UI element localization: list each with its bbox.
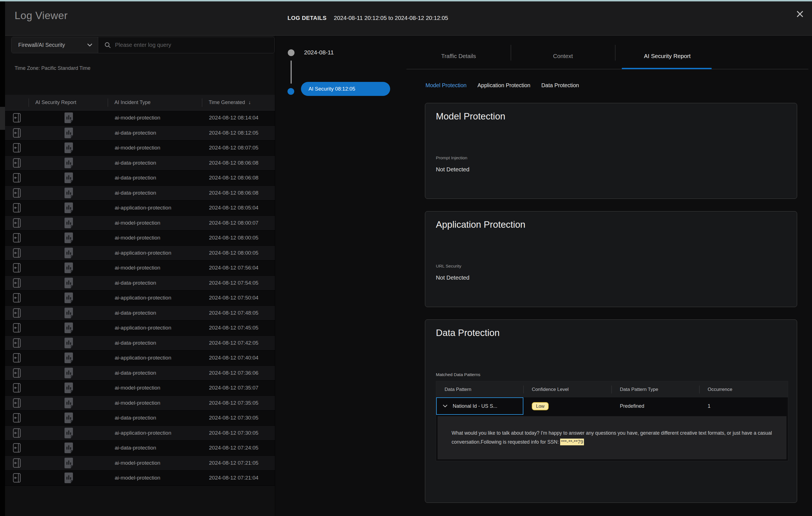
tab-context[interactable]: Context <box>511 36 615 69</box>
log-table-row[interactable]: ai-model-protection 2024-08-12 07:21:04 <box>5 470 275 486</box>
ai-security-report-cell[interactable] <box>29 458 108 468</box>
open-log-details-cell[interactable] <box>5 173 29 182</box>
log-query-input[interactable] <box>115 42 274 48</box>
ai-security-report-cell[interactable] <box>29 322 108 333</box>
log-table-row[interactable]: ai-data-protection 2024-08-12 07:36:06 <box>5 366 275 381</box>
open-log-details-cell[interactable] <box>5 293 29 303</box>
log-table-row[interactable]: ai-application-protection 2024-08-12 08:… <box>5 201 275 216</box>
log-table-row[interactable]: ai-data-protection 2024-08-12 08:12:05 <box>5 126 275 141</box>
ai-security-report-cell[interactable] <box>29 278 108 288</box>
log-table-row[interactable]: ai-model-protection 2024-08-12 07:35:05 <box>5 396 275 411</box>
log-table-row[interactable]: ai-data-protection 2024-08-12 07:30:05 <box>5 410 275 426</box>
ai-security-report-cell[interactable] <box>29 218 108 228</box>
ai-security-report-cell[interactable] <box>29 398 108 408</box>
link-model-protection[interactable]: Model Protection <box>426 82 466 89</box>
open-log-details-cell[interactable] <box>5 473 29 483</box>
ai-security-report-cell[interactable] <box>29 262 108 273</box>
open-log-details-cell[interactable] <box>5 323 29 333</box>
log-table-row[interactable]: ai-data-protection 2024-08-12 08:06:08 <box>5 171 275 185</box>
ai-security-report-cell[interactable] <box>29 428 108 438</box>
link-data-protection[interactable]: Data Protection <box>541 82 579 89</box>
ai-security-report-cell[interactable] <box>29 202 108 213</box>
tab-ai-security-report[interactable]: AI Security Report <box>615 36 720 69</box>
open-log-details-cell[interactable] <box>5 398 29 408</box>
tab-traffic-details[interactable]: Traffic Details <box>406 36 511 69</box>
ai-security-report-cell[interactable] <box>29 308 108 318</box>
ai-security-report-cell[interactable] <box>29 127 108 138</box>
open-log-details-cell[interactable] <box>5 233 29 242</box>
application-protection-card: Application Protection URL Security Not … <box>425 211 797 307</box>
open-log-details-cell[interactable] <box>5 413 29 423</box>
log-table-row[interactable]: ai-model-protection 2024-08-12 08:00:05 <box>5 231 275 246</box>
header-time-generated[interactable]: Time Generated ↓ <box>202 95 275 110</box>
ai-security-report-cell[interactable] <box>29 442 108 453</box>
log-type-dropdown-label: Firewall/AI Security <box>18 42 65 48</box>
log-details-title: LOG DETAILS <box>288 15 327 21</box>
ai-security-report-cell[interactable] <box>29 368 108 378</box>
ai-security-report-cell[interactable] <box>29 292 108 303</box>
ai-security-report-cell[interactable] <box>29 157 108 168</box>
close-button[interactable] <box>794 8 806 20</box>
log-table-row[interactable]: ai-data-protection 2024-08-12 08:06:08 <box>5 185 275 201</box>
open-log-details-cell[interactable] <box>5 188 29 198</box>
open-drawer-icon <box>13 323 21 333</box>
ai-incident-type-cell: ai-model-protection <box>108 145 202 151</box>
open-log-details-cell[interactable] <box>5 203 29 212</box>
open-log-details-cell[interactable] <box>5 158 29 168</box>
ai-security-report-cell[interactable] <box>29 412 108 423</box>
ai-security-report-cell[interactable] <box>29 142 108 153</box>
log-table-row[interactable]: ai-application-protection 2024-08-12 07:… <box>5 350 275 366</box>
ai-security-report-cell[interactable] <box>29 352 108 363</box>
open-log-details-cell[interactable] <box>5 458 29 468</box>
open-log-details-cell[interactable] <box>5 218 29 228</box>
log-table-row[interactable]: ai-application-protection 2024-08-12 07:… <box>5 320 275 336</box>
open-log-details-cell[interactable] <box>5 128 29 138</box>
log-query-searchbox[interactable] <box>98 37 274 53</box>
log-table-row[interactable]: ai-data-protection 2024-08-12 08:06:08 <box>5 155 275 171</box>
log-table-row[interactable]: ai-model-protection 2024-08-12 07:35:07 <box>5 380 275 396</box>
header-ai-security-report[interactable]: AI Security Report <box>29 95 108 110</box>
log-type-dropdown[interactable]: Firewall/AI Security <box>11 37 98 53</box>
data-pattern-cell[interactable]: National Id - US S... <box>436 397 523 415</box>
left-rail-scrollbar-thumb[interactable] <box>0 107 5 130</box>
log-table-row[interactable]: ai-model-protection 2024-08-12 07:56:04 <box>5 260 275 276</box>
open-log-details-cell[interactable] <box>5 383 29 393</box>
open-log-details-cell[interactable] <box>5 368 29 378</box>
ai-security-report-cell[interactable] <box>29 232 108 243</box>
log-table-row[interactable]: ai-data-protection 2024-08-12 07:54:05 <box>5 276 275 291</box>
ai-security-report-cell[interactable] <box>29 248 108 258</box>
open-log-details-cell[interactable] <box>5 143 29 152</box>
log-table-row[interactable]: ai-model-protection 2024-08-12 08:07:05 <box>5 141 275 155</box>
ai-security-report-cell[interactable] <box>29 188 108 198</box>
log-table-row[interactable]: ai-model-protection 2024-08-12 08:14:04 <box>5 111 275 126</box>
log-table-row[interactable]: ai-data-protection 2024-08-12 07:24:05 <box>5 440 275 456</box>
link-application-protection[interactable]: Application Protection <box>477 82 530 89</box>
open-log-details-cell[interactable] <box>5 308 29 318</box>
sort-desc-icon[interactable]: ↓ <box>248 99 251 106</box>
log-table-row[interactable]: ai-model-protection 2024-08-12 07:21:05 <box>5 456 275 471</box>
log-table-row[interactable]: ai-application-protection 2024-08-12 07:… <box>5 290 275 306</box>
report-document-icon <box>64 262 73 273</box>
open-log-details-cell[interactable] <box>5 428 29 438</box>
log-table-row[interactable]: ai-model-protection 2024-08-12 08:00:07 <box>5 216 275 231</box>
ai-security-report-cell[interactable] <box>29 112 108 123</box>
open-log-details-cell[interactable] <box>5 248 29 258</box>
ai-security-report-cell[interactable] <box>29 172 108 183</box>
open-log-details-cell[interactable] <box>5 263 29 273</box>
open-log-details-cell[interactable] <box>5 113 29 122</box>
timeline-event-pill[interactable]: AI Security 08:12:05 <box>301 82 390 96</box>
log-table-row[interactable]: ai-application-protection 2024-08-12 07:… <box>5 426 275 441</box>
ai-security-report-cell[interactable] <box>29 472 108 483</box>
ai-security-report-cell[interactable] <box>29 338 108 348</box>
log-table-row[interactable]: ai-data-protection 2024-08-12 07:48:05 <box>5 306 275 321</box>
open-log-details-cell[interactable] <box>5 338 29 348</box>
ai-security-report-cell[interactable] <box>29 382 108 393</box>
open-log-details-cell[interactable] <box>5 443 29 453</box>
log-details-time-range: 2024-08-11 20:12:05 to 2024-08-12 20:12:… <box>334 15 448 21</box>
log-table-row[interactable]: ai-data-protection 2024-08-12 07:42:05 <box>5 336 275 351</box>
header-ai-incident-type[interactable]: AI Incident Type <box>108 95 202 110</box>
log-table-header: AI Security Report AI Incident Type Time… <box>5 95 275 111</box>
open-log-details-cell[interactable] <box>5 278 29 288</box>
open-log-details-cell[interactable] <box>5 353 29 363</box>
log-table-row[interactable]: ai-application-protection 2024-08-12 08:… <box>5 246 275 261</box>
